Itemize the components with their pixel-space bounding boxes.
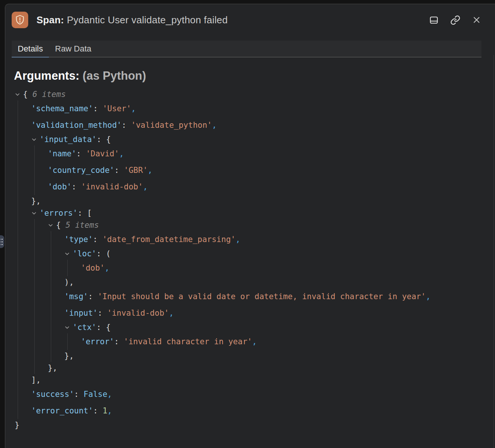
indent-guide [34,305,35,321]
indent-guide [18,145,18,162]
code-token-str: 'Input should be a valid date or datetim… [98,292,426,301]
indent-guide [34,162,35,179]
code-token-punct: }, [64,351,74,360]
code-token-key: 'error' [81,337,114,346]
code-token-punct: } [15,421,20,430]
indent-guide [18,386,18,403]
code-token-comma: , [252,337,257,346]
code-line: } [14,419,487,431]
header-actions [428,14,485,26]
chevron-down-icon[interactable] [31,133,39,145]
code-token-punct: : [93,406,102,415]
code-token-punct: : [71,182,81,191]
code-token-punct: { [56,221,65,230]
tab-bar: Details Raw Data [12,41,481,58]
code-token-punct: : [88,292,97,301]
code-token-punct: : [ [77,209,92,218]
code-token-meta: 5 items [65,221,99,230]
chevron-down-icon[interactable] [15,88,23,100]
code-token-punct: : [114,166,124,175]
span-title: Span: Pydantic User validate_python fail… [36,14,228,26]
code-token-comma: , [212,121,217,130]
code-line: ], [14,374,487,386]
code-token-comma: , [235,235,240,244]
code-token-str: 'dob' [81,263,105,272]
code-token-str: 'GBR' [124,166,147,175]
code-token-key: 'input' [64,309,98,318]
scrollbar-track[interactable] [493,55,494,448]
indent-guide [51,231,51,248]
grip-dots-icon [0,239,3,245]
code-token-comma: , [426,292,431,301]
indent-guide [34,219,35,231]
indent-guide [18,133,18,145]
code-line: 'schema_name': 'User', [14,100,487,117]
code-token-str: 'David' [86,149,119,158]
code-line: { 6 items [14,88,487,100]
indent-guide [34,288,35,305]
chevron-down-icon[interactable] [64,248,73,260]
alert-shield-icon [12,12,28,28]
code-token-str: 'invalid-dob' [81,182,143,191]
indent-guide [18,195,18,207]
indent-guide [18,305,18,321]
indent-guide [51,288,51,305]
code-token-comma: , [107,406,112,415]
code-token-punct: ], [31,375,41,384]
code-token-punct: : [98,309,107,318]
code-line: 'dob', [14,260,487,276]
code-tree: { 6 items'schema_name': 'User','validati… [14,88,487,431]
code-token-key: 'type' [64,235,93,244]
code-token-punct: : [93,104,102,113]
tab-raw-data[interactable]: Raw Data [49,41,97,58]
indent-guide [51,321,51,333]
indent-guide [34,179,35,195]
indent-guide [67,260,68,276]
code-token-str: 'validate_python' [131,121,212,130]
chevron-down-icon[interactable] [64,321,73,333]
indent-guide [18,374,18,386]
code-token-punct: }, [48,363,57,372]
indent-guide [51,305,51,321]
panel-drag-handle[interactable] [0,235,4,248]
code-line: 'input_data': { [14,133,487,145]
indent-guide [51,248,51,260]
code-line: 'dob': 'invalid-dob', [14,179,487,195]
chevron-down-icon[interactable] [48,219,56,231]
code-line: 'error': 'invalid character in year', [14,333,487,350]
code-token-num: 1 [103,406,108,415]
code-line: }, [14,362,487,374]
link-icon[interactable] [449,14,461,26]
indent-guide [18,219,18,231]
code-line: 'loc': ( [14,248,487,260]
code-line: }, [14,195,487,207]
span-detail-panel: Span: Pydantic User validate_python fail… [5,4,495,448]
arguments-heading-main: Arguments: [14,69,79,82]
code-token-key: 'ctx' [73,323,96,332]
indent-guide [34,362,35,374]
indent-guide [18,162,18,179]
span-title-label: Span: [36,14,64,26]
code-token-comma: , [169,309,174,318]
indent-guide [18,207,18,219]
code-token-str: 'invalid character in year' [124,337,252,346]
chevron-down-icon[interactable] [31,207,39,219]
code-token-punct: ), [64,278,74,287]
code-line: 'success': False, [14,386,487,403]
span-title-text: Pydantic User validate_python failed [64,14,228,26]
panel-header: Span: Pydantic User validate_python fail… [5,4,495,28]
close-icon[interactable] [471,14,482,26]
indent-guide [51,333,51,350]
code-token-comma: , [148,166,153,175]
code-token-comma: , [143,182,148,191]
tab-details[interactable]: Details [12,41,49,58]
indent-guide [34,321,35,333]
code-line: 'error_count': 1, [14,403,487,419]
code-token-punct: : [114,337,124,346]
indent-guide [18,276,18,288]
indent-guide [18,333,18,350]
code-line: }, [14,350,487,362]
indent-guide [18,403,18,419]
dock-bottom-icon[interactable] [428,14,439,26]
code-token-punct: : { [97,135,111,144]
